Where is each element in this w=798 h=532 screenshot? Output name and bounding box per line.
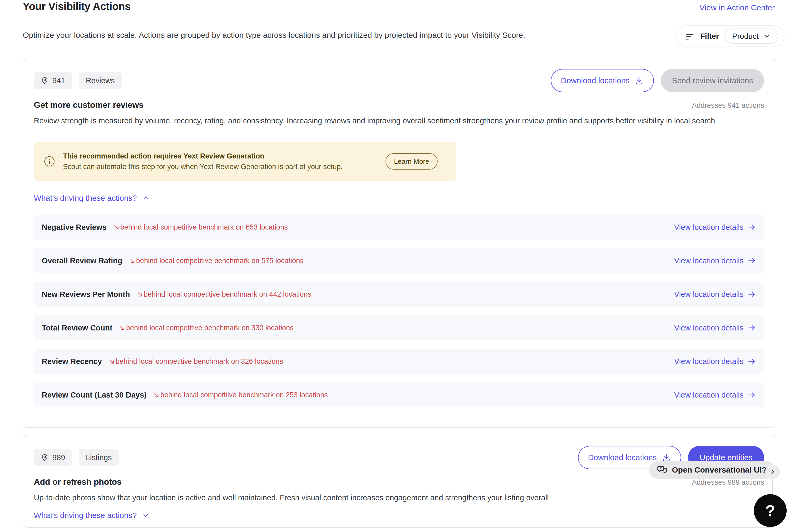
card-actions: Download locations Send review invitatio…: [551, 69, 764, 92]
download-locations-label: Download locations: [561, 76, 630, 85]
view-location-details-link[interactable]: View location details: [674, 323, 756, 332]
view-location-details-label: View location details: [674, 290, 744, 299]
chat-bubbles-icon: ?: [657, 464, 668, 475]
open-conversational-ui-pill[interactable]: ? Open Conversational UI?: [649, 461, 775, 479]
metric-rows: Negative Reviews behind local competitiv…: [34, 215, 764, 407]
trend-down-right-icon: [129, 257, 136, 264]
visibility-actions-page: Your Visibility Actions View in Action C…: [0, 0, 798, 532]
metric-detail: behind local competitive benchmark on 65…: [120, 223, 288, 231]
view-location-details-label: View location details: [674, 223, 744, 232]
location-count: 941: [52, 76, 65, 85]
trend-down-right-icon: [108, 358, 115, 365]
trend-down-right-icon: [137, 290, 144, 298]
card-title-row: Add or refresh photos Addresses 989 acti…: [34, 477, 764, 487]
view-location-details-link[interactable]: View location details: [674, 391, 756, 399]
banner-title: This recommended action requires Yext Re…: [63, 152, 343, 160]
chevron-down-icon: [763, 32, 771, 40]
metric-row: Review Recency behind local competitive …: [34, 349, 764, 374]
learn-more-button[interactable]: Learn More: [385, 153, 438, 170]
download-locations-label: Download locations: [588, 453, 657, 462]
metric-name: New Reviews Per Month: [42, 290, 130, 299]
download-icon: [634, 76, 644, 85]
metric-name: Total Review Count: [42, 324, 112, 332]
location-count-badge: 989: [34, 449, 72, 466]
metric-name: Review Recency: [42, 357, 102, 366]
whats-driving-label: What's driving these actions?: [34, 511, 137, 520]
addresses-count: Addresses 989 actions: [692, 478, 764, 487]
chevron-right-icon: [769, 468, 777, 476]
filter-label: Filter: [700, 32, 719, 41]
whats-driving-toggle[interactable]: What's driving these actions?: [34, 194, 150, 203]
view-location-details-link[interactable]: View location details: [674, 256, 756, 265]
trend-down-right-icon: [153, 391, 160, 399]
download-locations-button[interactable]: Download locations: [551, 69, 654, 92]
badge-group: 941 Reviews: [34, 72, 122, 89]
filter-product-dropdown[interactable]: Product: [725, 28, 778, 44]
collapse-chevron-button[interactable]: [765, 464, 780, 479]
view-in-action-center-link[interactable]: View in Action Center: [700, 3, 775, 12]
filter-icon: [685, 32, 694, 41]
trend-down-right-icon: [113, 224, 120, 231]
open-conversational-ui-label: Open Conversational UI?: [672, 466, 766, 474]
category-badge: Reviews: [79, 72, 122, 89]
review-generation-banner: This recommended action requires Yext Re…: [34, 142, 456, 181]
card-title: Get more customer reviews: [34, 100, 144, 110]
banner-subtitle: Scout can automate this step for you whe…: [63, 163, 343, 171]
trend-down-right-icon: [119, 324, 126, 331]
location-count: 989: [52, 453, 65, 462]
metric-detail: behind local competitive benchmark on 33…: [126, 324, 293, 332]
listings-action-card: 989 Listings Download locations Update e…: [23, 435, 775, 528]
metric-name: Negative Reviews: [42, 223, 107, 232]
view-location-details-label: View location details: [674, 256, 744, 265]
arrow-right-icon: [747, 256, 756, 265]
card-header: 941 Reviews Download locations Send revi…: [34, 69, 764, 92]
metric-detail: behind local competitive benchmark on 25…: [160, 391, 328, 399]
map-pin-icon: [41, 77, 49, 84]
card-title: Add or refresh photos: [34, 477, 122, 487]
map-pin-icon: [41, 454, 49, 461]
metric-detail: behind local competitive benchmark on 57…: [136, 257, 304, 265]
metric-detail: behind local competitive benchmark on 44…: [144, 290, 311, 299]
arrow-right-icon: [747, 391, 756, 399]
card-description: Review strength is measured by volume, r…: [34, 115, 764, 127]
page-subtitle: Optimize your locations at scale. Action…: [23, 31, 525, 40]
whats-driving-toggle[interactable]: What's driving these actions?: [34, 511, 150, 520]
location-count-badge: 941: [34, 72, 72, 89]
arrow-right-icon: [747, 323, 756, 332]
metric-row: Negative Reviews behind local competitiv…: [34, 215, 764, 240]
chevron-up-icon: [142, 194, 150, 202]
page-title: Your Visibility Actions: [23, 1, 131, 13]
info-icon: [43, 155, 56, 168]
help-button[interactable]: ?: [754, 494, 787, 527]
metric-row: New Reviews Per Month behind local compe…: [34, 282, 764, 307]
metric-detail: behind local competitive benchmark on 32…: [115, 357, 283, 366]
metric-row: Overall Review Rating behind local compe…: [34, 248, 764, 273]
send-review-invitations-button[interactable]: Send review invitations: [661, 69, 764, 92]
metric-row: Total Review Count behind local competit…: [34, 316, 764, 340]
card-description: Up-to-date photos show that your locatio…: [34, 492, 764, 504]
addresses-count: Addresses 941 actions: [692, 101, 764, 110]
arrow-right-icon: [747, 290, 756, 299]
filter-control[interactable]: Filter Product: [676, 25, 784, 47]
metric-name: Review Count (Last 30 Days): [42, 391, 146, 399]
help-question-mark: ?: [765, 501, 775, 520]
arrow-right-icon: [747, 357, 756, 366]
view-location-details-link[interactable]: View location details: [674, 357, 756, 366]
view-location-details-label: View location details: [674, 324, 744, 332]
card-title-row: Get more customer reviews Addresses 941 …: [34, 100, 764, 110]
arrow-right-icon: [747, 223, 756, 232]
whats-driving-label: What's driving these actions?: [34, 194, 137, 203]
view-location-details-label: View location details: [674, 357, 744, 366]
svg-text:?: ?: [660, 466, 662, 470]
view-location-details-link[interactable]: View location details: [674, 223, 756, 232]
banner-texts: This recommended action requires Yext Re…: [63, 152, 343, 171]
reviews-action-card: 941 Reviews Download locations Send revi…: [23, 58, 775, 428]
view-location-details-label: View location details: [674, 391, 744, 399]
connector-line: [772, 479, 773, 495]
metric-name: Overall Review Rating: [42, 256, 123, 265]
chevron-down-icon: [142, 511, 150, 519]
metric-row: Review Count (Last 30 Days) behind local…: [34, 382, 764, 407]
filter-product-value: Product: [732, 32, 759, 41]
view-location-details-link[interactable]: View location details: [674, 290, 756, 299]
category-badge: Listings: [79, 449, 119, 466]
